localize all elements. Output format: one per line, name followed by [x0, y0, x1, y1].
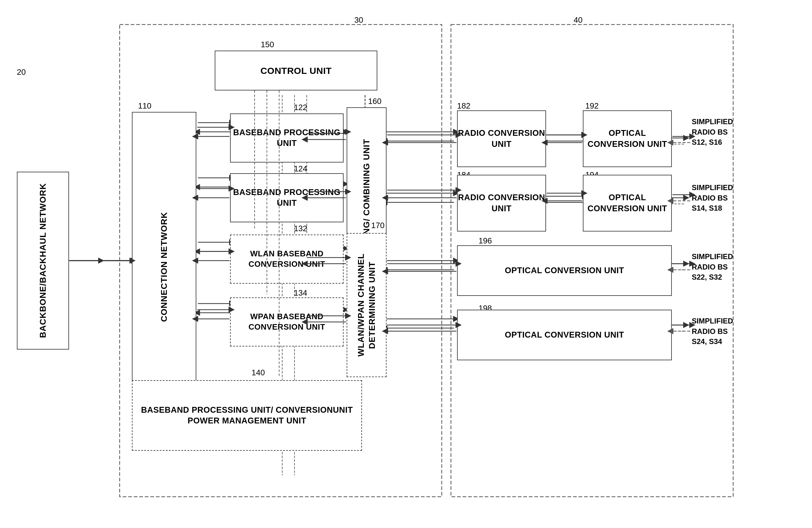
ref-192: 192 — [585, 101, 598, 111]
connection-network-box: CONNECTION NETWORK — [132, 112, 196, 422]
label-s14s18: SIMPLIFIEDRADIO BSS14, S18 — [692, 182, 733, 214]
ref-110: 110 — [138, 101, 151, 111]
ref-40: 40 — [574, 15, 582, 25]
optical192-label: OPTICAL CONVERSION UNIT — [583, 128, 671, 149]
wpan-baseband-label: WPAN BASEBAND CONVERSION UNIT — [231, 311, 343, 332]
optical196-label: OPTICAL CONVERSION UNIT — [505, 265, 624, 276]
svg-marker-75 — [683, 322, 689, 328]
ref-124: 124 — [294, 164, 307, 174]
ref-30: 30 — [354, 15, 363, 25]
radio182-box: RADIO CONVERSION UNIT — [457, 111, 546, 167]
baseband-power-box: BASEBAND PROCESSING UNIT/ CONVERSIONUNIT… — [132, 380, 362, 451]
label-s12s16: SIMPLIFIEDRADIO BSS12, S16 — [692, 117, 733, 147]
control-unit-label: CONTROL UNIT — [260, 65, 332, 77]
radio184-box: RADIO CONVERSION UNIT — [457, 175, 546, 232]
ref-150: 150 — [261, 40, 274, 49]
svg-marker-67 — [683, 195, 689, 201]
baseband1-box: BASEBAND PROCESSING UNIT — [230, 114, 344, 162]
wlan-wpan-box: WLAN/WPAN CHANNEL DETERMINING UNIT — [347, 233, 387, 377]
optical198-box: OPTICAL CONVERSION UNIT — [457, 310, 672, 360]
ref-140: 140 — [251, 368, 265, 378]
connection-overlay — [0, 0, 812, 528]
diagram: 30 40 20 BACKBONE/BACKHAUL NETWORK 110 C… — [0, 0, 812, 528]
label-s24s34: SIMPLIFIEDRADIO BSS24, S34 — [692, 316, 733, 347]
diagram-svg — [0, 0, 812, 528]
baseband1-label: BASEBAND PROCESSING UNIT — [231, 127, 343, 149]
ref-196: 196 — [479, 236, 492, 246]
radio182-label: RADIO CONVERSION UNIT — [458, 128, 546, 149]
svg-marker-63 — [683, 135, 689, 141]
ref-20: 20 — [17, 68, 26, 77]
ref-134: 134 — [294, 288, 307, 298]
ref-132: 132 — [294, 224, 307, 233]
optical194-box: OPTICAL CONVERSION UNIT — [583, 175, 672, 232]
radio184-label: RADIO CONVERSION UNIT — [458, 192, 546, 214]
wpan-baseband-box: WPAN BASEBAND CONVERSION UNIT — [230, 297, 344, 347]
label-s22s32: SIMPLIFIEDRADIO BSS22, S32 — [692, 251, 733, 282]
optical198-label: OPTICAL CONVERSION UNIT — [505, 329, 624, 340]
ref-160: 160 — [368, 97, 381, 106]
baseband2-label: BASEBAND PROCESSING UNIT — [231, 187, 343, 208]
baseband2-box: BASEBAND PROCESSING UNIT — [230, 173, 344, 222]
wlan-wpan-label: WLAN/WPAN CHANNEL DETERMINING UNIT — [356, 234, 378, 377]
optical196-box: OPTICAL CONVERSION UNIT — [457, 245, 672, 296]
wlan-baseband-label: WLAN BASEBAND CONVERSION UNIT — [231, 249, 343, 269]
backbone-box: BACKBONE/BACKHAUL NETWORK — [17, 172, 69, 350]
backbone-label: BACKBONE/BACKHAUL NETWORK — [38, 183, 48, 338]
baseband-power-label: BASEBAND PROCESSING UNIT/ CONVERSIONUNIT… — [132, 405, 361, 426]
ref-122: 122 — [294, 103, 307, 112]
connection-network-label: CONNECTION NETWORK — [159, 212, 170, 322]
ref-170: 170 — [371, 221, 385, 230]
optical192-box: OPTICAL CONVERSION UNIT — [583, 111, 672, 167]
svg-marker-3 — [98, 258, 104, 264]
wlan-baseband-box: WLAN BASEBAND CONVERSION UNIT — [230, 235, 344, 284]
control-unit-box: CONTROL UNIT — [215, 50, 377, 90]
ref-182: 182 — [457, 101, 470, 111]
optical194-label: OPTICAL CONVERSION UNIT — [583, 192, 671, 214]
svg-marker-71 — [683, 261, 689, 267]
